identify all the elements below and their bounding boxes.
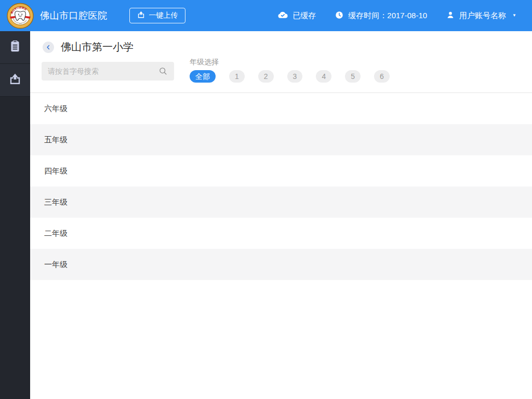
- grade-list: 六年级 五年级 四年级 三年级 二年级 一年级: [30, 92, 532, 280]
- hospital-logo: 佛山市口腔医院 FOSHAN STOMATOLOGY: [7, 2, 34, 29]
- user-icon: [446, 10, 455, 21]
- clipboard-icon: [8, 39, 22, 55]
- grade-chip-all[interactable]: 全部: [190, 70, 216, 83]
- page-head: 佛山市第一小学: [43, 40, 134, 54]
- upload-icon: [8, 72, 22, 88]
- upload-button-label: 一键上传: [149, 11, 178, 20]
- user-account-label: 用户账号名称: [459, 11, 506, 21]
- app-title: 佛山市口腔医院: [40, 9, 108, 22]
- main-content: 佛山市第一小学 年级选择 全部 1 2 3 4 5 6 六年级 五年级 四年级 …: [30, 31, 532, 399]
- app-header: 佛山市口腔医院 FOSHAN STOMATOLOGY 佛山市口腔医院 一键上传: [0, 0, 532, 31]
- cloud-check-icon: [277, 9, 288, 22]
- grade-row[interactable]: 六年级: [30, 93, 532, 124]
- grade-chip-1[interactable]: 1: [229, 70, 245, 83]
- search-input[interactable]: [42, 62, 174, 81]
- page-title: 佛山市第一小学: [61, 40, 134, 54]
- cached-status: 已缓存: [277, 9, 316, 22]
- user-account-menu[interactable]: 用户账号名称 ▼: [446, 10, 516, 21]
- grade-row[interactable]: 一年级: [30, 249, 532, 280]
- chevron-down-icon: ▼: [512, 13, 516, 18]
- header-right-group: 已缓存 缓存时间：2017-08-10 用户账号名称 ▼: [277, 9, 516, 22]
- upload-icon: [137, 10, 145, 21]
- sidebar: [0, 31, 30, 399]
- search-box: [42, 62, 174, 81]
- grade-row[interactable]: 二年级: [30, 218, 532, 249]
- grade-chip-2[interactable]: 2: [258, 70, 274, 83]
- grade-chip-6[interactable]: 6: [374, 70, 390, 83]
- grade-row[interactable]: 四年级: [30, 155, 532, 187]
- cache-time-label: 缓存时间：2017-08-10: [348, 11, 427, 21]
- grade-chips: 全部 1 2 3 4 5 6: [190, 70, 390, 83]
- grade-select-label: 年级选择: [190, 58, 390, 66]
- grade-select: 年级选择 全部 1 2 3 4 5 6: [190, 58, 390, 83]
- grade-chip-4[interactable]: 4: [316, 70, 331, 83]
- one-click-upload-button[interactable]: 一键上传: [129, 8, 185, 23]
- cache-time: 缓存时间：2017-08-10: [335, 10, 427, 21]
- grade-chip-5[interactable]: 5: [345, 70, 361, 83]
- tooth-badge-icon: 佛山市口腔医院 FOSHAN STOMATOLOGY: [7, 2, 34, 29]
- back-button[interactable]: [43, 42, 54, 53]
- clock-icon: [335, 10, 344, 21]
- sidebar-item-records[interactable]: [0, 31, 30, 64]
- search-icon: [158, 66, 168, 78]
- grade-chip-3[interactable]: 3: [287, 70, 303, 83]
- cached-status-label: 已缓存: [292, 11, 316, 21]
- sidebar-item-upload[interactable]: [0, 64, 30, 97]
- grade-row[interactable]: 三年级: [30, 187, 532, 218]
- grade-row[interactable]: 五年级: [30, 124, 532, 155]
- chevron-left-icon: [45, 44, 52, 51]
